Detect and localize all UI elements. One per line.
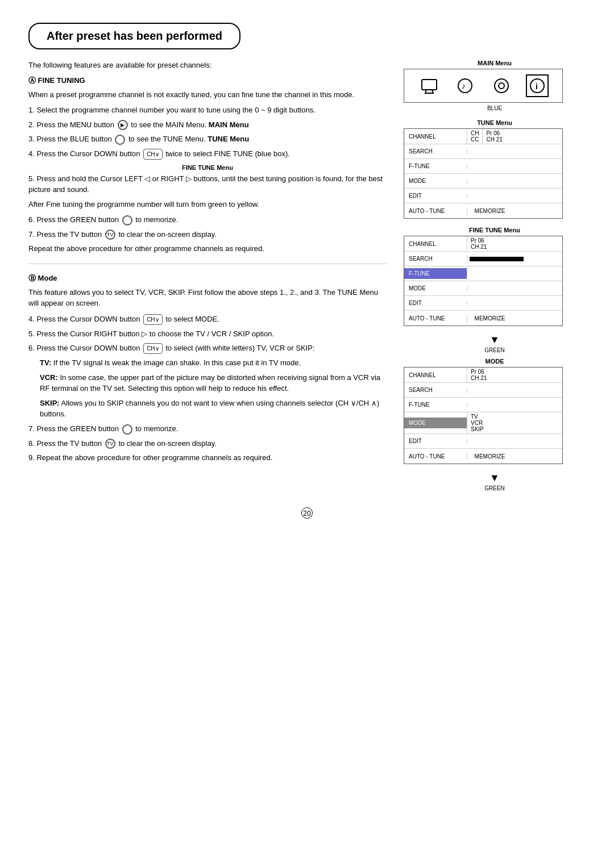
page-number: 20 — [28, 507, 586, 519]
ft-mode-value — [467, 286, 562, 291]
fine-tune-menu-box: CHANNEL Pr 06CH 21 SEARCH F-TUNE MODE ED… — [404, 236, 563, 326]
fine-tuning-para: When a preset programme channel is not e… — [28, 89, 387, 101]
step-6: 6. Press the GREEN button to memorize. — [28, 214, 387, 226]
mode-row-autotune: AUTO - TUNE MEMORIZE — [404, 449, 562, 464]
mode-row-search: SEARCH — [404, 383, 562, 398]
mode-options-box: TV VCR SKIP — [467, 412, 487, 433]
tv-button-icon-2: TV — [105, 439, 115, 449]
ft-edit-label: EDIT — [404, 298, 467, 308]
cursor-down-icon: CH∨ — [143, 149, 162, 160]
mode-para: This feature allows you to select TV, VC… — [28, 287, 387, 309]
mode-menu-box: CHANNEL Pr 06CH 21 SEARCH F-TUNE MODE TV… — [404, 367, 563, 464]
tune-ftune-label: F-TUNE — [404, 161, 467, 172]
page-title: After preset has been performed — [28, 23, 240, 49]
ft-row-edit: EDIT — [404, 296, 562, 311]
ft-search-bar — [467, 256, 562, 262]
blue-button-icon — [115, 135, 125, 145]
tv-button-icon: TV — [105, 229, 115, 240]
mode-tv-option: TV — [471, 414, 484, 420]
svg-text:♪: ♪ — [462, 81, 466, 90]
ft-row-search: SEARCH — [404, 252, 562, 266]
step-7: 7. Press the TV button TV to clear the o… — [28, 229, 387, 240]
ft-channel-label: CHANNEL — [404, 239, 467, 249]
b-step-8: 8. Press the TV button TV to clear the o… — [28, 438, 387, 449]
fine-tuning-heading: Ⓐ FINE TUNING — [28, 76, 387, 86]
green-button-icon-2 — [122, 424, 132, 435]
tune-memorize-label: MEMORIZE — [467, 207, 512, 215]
tune-row-search: SEARCH — [404, 144, 562, 159]
tune-mode-value — [467, 179, 562, 183]
mode-vcr-option: VCR — [471, 420, 484, 426]
ft-ftune-value — [467, 272, 562, 276]
fine-tune-menu-right-label: FINE TUNE Menu — [404, 227, 586, 233]
b-step-5: 5. Press the Cursor RIGHT button ▷ to ch… — [28, 328, 387, 340]
mode-autotune-label: AUTO - TUNE — [404, 451, 467, 462]
step-4: 4. Press the Cursor DOWN button CH∨ twic… — [28, 148, 387, 160]
tune-search-label: SEARCH — [404, 146, 467, 157]
mode-edit-label: EDIT — [404, 436, 467, 446]
mode-row-edit: EDIT — [404, 434, 562, 449]
cursor-down-icon-b: CH∨ — [143, 314, 162, 325]
mode-heading: Ⓑ Mode — [28, 273, 387, 283]
pr-ch-block: Pr 06CH 21 — [482, 129, 505, 144]
b-step-9: 9. Repeat the above procedure for other … — [28, 452, 387, 464]
section-fine-tuning: Ⓐ FINE TUNING When a preset programme ch… — [28, 76, 387, 254]
mode-ftune-label: F-TUNE — [404, 399, 467, 410]
repeat-text: Repeat the above procedure for other pro… — [28, 243, 387, 254]
arrow-down-green2: ▼ — [404, 472, 586, 484]
mode-menu-section: MODE CHANNEL Pr 06CH 21 SEARCH F-TUNE MO… — [404, 358, 586, 491]
green-label-1: GREEN — [404, 347, 586, 353]
tune-row-edit: EDIT — [404, 189, 562, 203]
ft-search-label: SEARCH — [404, 253, 467, 264]
mode-search-value — [467, 388, 562, 393]
ft-row-ftune: F-TUNE — [404, 266, 562, 281]
svg-point-6 — [495, 79, 508, 93]
tune-row-ftune: F-TUNE — [404, 159, 562, 174]
b-step-7: 7. Press the GREEN button to memorize. — [28, 423, 387, 435]
mode-skip-option: SKIP — [471, 426, 484, 432]
mode-row-mode: MODE TV VCR SKIP — [404, 412, 562, 434]
tv-icon — [418, 74, 441, 97]
info-icon: i — [526, 74, 549, 97]
left-column: The following features are available for… — [28, 60, 387, 496]
mode-options-text: TV: If the TV signal is weak the image c… — [40, 357, 387, 420]
ft-memorize-label: MEMORIZE — [467, 314, 512, 323]
step-3: 3. Press the BLUE button to see the TUNE… — [28, 133, 387, 145]
b-step-4: 4. Press the Cursor DOWN button CH∨ to s… — [28, 314, 387, 325]
features-icon — [490, 74, 513, 97]
svg-rect-0 — [422, 80, 437, 90]
blue-label: BLUE — [404, 105, 586, 111]
right-column: MAIN Menu ♪ i BLUE TUNE Menu CHANNEL CHC… — [404, 60, 586, 496]
step-5: 5. Press and hold the Cursor LEFT ◁ or R… — [28, 173, 387, 195]
tune-row-mode: MODE — [404, 174, 562, 189]
tune-menu-box: CHANNEL CHCC Pr 06CH 21 SEARCH F-TUNE MO… — [404, 128, 563, 219]
main-menu-box: ♪ i — [404, 69, 563, 103]
mode-channel-label: CHANNEL — [404, 370, 467, 381]
tune-autotune-label: AUTO - TUNE — [404, 206, 467, 216]
mode-ftune-value — [467, 403, 562, 407]
mode-memorize-label: MEMORIZE — [467, 452, 512, 461]
mode-right-label: MODE — [404, 358, 586, 365]
after-fine-text: After Fine tuning the programme number w… — [28, 199, 387, 210]
ft-mode-label: MODE — [404, 283, 467, 294]
mode-mode-label: MODE — [404, 418, 467, 428]
step-1: 1. Select the programme channel number y… — [28, 105, 387, 116]
main-menu-label: MAIN Menu — [404, 60, 586, 66]
b-step-6: 6. Press the Cursor DOWN button CH∨ to s… — [28, 343, 387, 354]
tune-ftune-value — [467, 164, 562, 169]
ch-cc-block: CHCC — [467, 129, 482, 144]
mode-row-ftune: F-TUNE — [404, 398, 562, 412]
tune-channel-label: CHANNEL — [404, 131, 467, 142]
ft-row-channel: CHANNEL Pr 06CH 21 — [404, 236, 562, 252]
ft-edit-value — [467, 301, 562, 306]
svg-point-7 — [499, 83, 504, 89]
svg-text:i: i — [536, 82, 538, 91]
tune-edit-label: EDIT — [404, 190, 467, 201]
section-mode: Ⓑ Mode This feature allows you to select… — [28, 273, 387, 464]
intro-text: The following features are available for… — [28, 60, 387, 71]
arrow-down-green1: ▼ — [404, 334, 586, 346]
green-label-2: GREEN — [404, 485, 586, 491]
mode-edit-value — [467, 439, 562, 444]
fine-tune-menu-section: FINE TUNE Menu CHANNEL Pr 06CH 21 SEARCH… — [404, 227, 586, 353]
tune-edit-value — [467, 194, 562, 198]
